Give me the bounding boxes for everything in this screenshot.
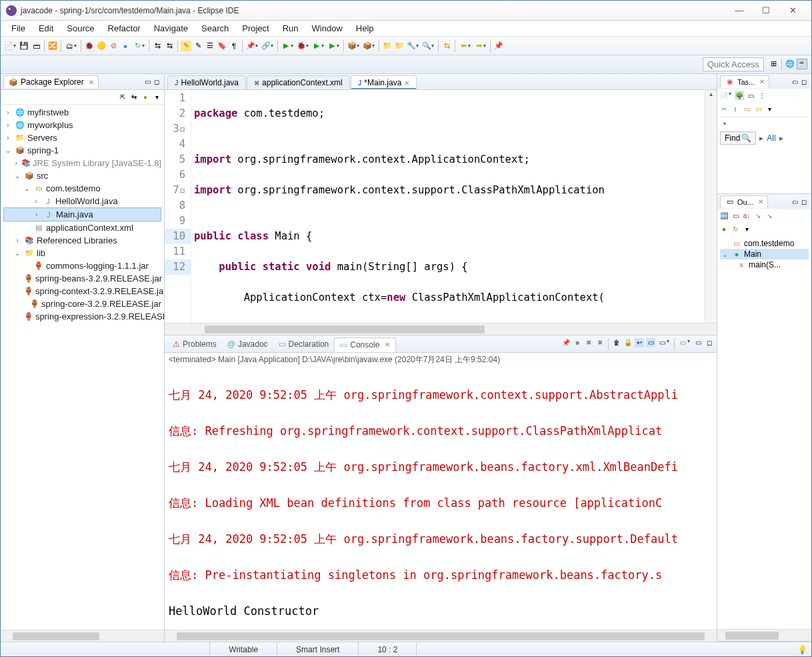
- close-tab-icon[interactable]: ✕: [404, 79, 409, 87]
- close-tasks-icon[interactable]: ✕: [759, 78, 765, 85]
- java-perspective-icon[interactable]: 🌐: [785, 59, 795, 69]
- tip-bulb-icon[interactable]: 💡: [797, 645, 807, 654]
- open-perspective-icon[interactable]: ⊞: [768, 59, 779, 69]
- refresh-icon[interactable]: ↻: [132, 41, 143, 51]
- console-scroll-icon[interactable]: 🔒: [623, 338, 633, 348]
- menu-help[interactable]: Help: [349, 21, 381, 35]
- sync2-icon[interactable]: ⇆: [164, 41, 175, 51]
- outline-o1-icon[interactable]: ●: [719, 224, 729, 233]
- tab-console[interactable]: ▭Console✕: [334, 338, 396, 352]
- outline-f2-icon[interactable]: ↘: [753, 211, 763, 220]
- console-hscroll[interactable]: [165, 630, 717, 642]
- switch-icon[interactable]: 🔀: [47, 41, 58, 51]
- lib-beans[interactable]: 🏺spring-beans-3.2.9.RELEASE.jar: [3, 272, 161, 285]
- console-pin-icon[interactable]: 📌: [561, 338, 571, 348]
- coverage-icon[interactable]: 🟡: [96, 41, 107, 51]
- bp-icon[interactable]: ●: [120, 41, 131, 51]
- console-remove-icon[interactable]: ✖: [584, 338, 593, 348]
- console-open-icon[interactable]: ▭: [646, 338, 655, 348]
- project-spring1[interactable]: ⌄📦spring-1: [3, 144, 161, 157]
- tasks-sort-icon[interactable]: ↕: [731, 104, 740, 113]
- run-ext-icon[interactable]: ▶: [311, 41, 322, 51]
- tasks-f2-icon[interactable]: ▭: [742, 104, 751, 113]
- project-myworkplus[interactable]: ›🌐myworkplus: [3, 119, 161, 131]
- menu-run[interactable]: Run: [276, 21, 305, 35]
- outline-class[interactable]: ⌄●Main: [720, 249, 809, 259]
- tasks-tree-icon[interactable]: 🌳: [735, 91, 744, 100]
- outline-method[interactable]: smain(S...: [720, 259, 809, 270]
- close-outline-icon[interactable]: ✕: [758, 198, 763, 205]
- editor[interactable]: 123▫4567▫89101112 package com.testdemo; …: [165, 90, 717, 323]
- outline-menu-icon[interactable]: ▾: [742, 224, 751, 233]
- editor-overview[interactable]: ▴: [705, 90, 717, 323]
- maximize-outline-icon[interactable]: ◻: [799, 197, 809, 206]
- tab-appcontext[interactable]: ✖applicationContext.xml: [247, 75, 350, 89]
- referenced-libs[interactable]: ›📚Referenced Libraries: [3, 234, 161, 247]
- console-wrap-icon[interactable]: ↩: [635, 338, 644, 348]
- pin-icon[interactable]: 📌: [245, 41, 256, 51]
- outline-az-icon[interactable]: a↓: [742, 211, 751, 220]
- menu-search[interactable]: Search: [195, 21, 235, 35]
- tag-icon[interactable]: 🔖: [217, 41, 227, 51]
- save-all-icon[interactable]: 🗃: [31, 41, 41, 51]
- lib-context[interactable]: 🏺spring-context-3.2.9.RELEASE.jar: [3, 285, 161, 297]
- maximize-view-icon[interactable]: ◻: [152, 77, 161, 87]
- pkg-testdemo[interactable]: ⌄▭com.testdemo: [3, 182, 161, 195]
- tasks-new-icon[interactable]: 📄: [719, 91, 729, 100]
- run-icon[interactable]: ▶: [281, 41, 291, 51]
- close-console-icon[interactable]: ✕: [385, 341, 390, 348]
- console-drop-icon[interactable]: ▭: [657, 338, 667, 348]
- console-clear-icon[interactable]: 🗑: [612, 338, 621, 348]
- collapse-all-icon[interactable]: ⇱: [118, 93, 127, 102]
- tasks-filter-icon[interactable]: ✂: [719, 104, 729, 113]
- minimize-button[interactable]: —: [726, 3, 753, 19]
- pin2-icon[interactable]: 📌: [493, 41, 504, 51]
- lib-folder[interactable]: ⌄📁lib: [3, 247, 161, 259]
- fwd-icon[interactable]: ➡: [473, 41, 484, 51]
- tasks-f4-icon[interactable]: ▾: [765, 104, 774, 113]
- outline-tab[interactable]: ▭Ou...✕: [720, 195, 768, 208]
- maximize-button[interactable]: ☐: [753, 3, 779, 19]
- menu-file[interactable]: File: [5, 21, 32, 35]
- file-helloworld[interactable]: ›JHellolWorld.java: [3, 195, 161, 207]
- quick-access-input[interactable]: Quick Access: [703, 57, 764, 71]
- console-removeall-icon[interactable]: ✖: [595, 338, 605, 348]
- project-servers[interactable]: ›📁Servers: [3, 131, 161, 144]
- code-area[interactable]: package com.testdemo; import org.springf…: [191, 90, 705, 323]
- tasks-f3-icon[interactable]: ▭: [753, 104, 763, 113]
- minimize-view-icon[interactable]: ▭: [143, 77, 152, 87]
- tab-problems[interactable]: ⚠Problems: [167, 338, 222, 351]
- menu-source[interactable]: Source: [60, 21, 101, 35]
- file-appcontext[interactable]: ▤applicationContext.xml: [3, 221, 161, 234]
- minimize-outline-icon[interactable]: ▭: [790, 197, 799, 206]
- package-explorer-tab[interactable]: 📦 Package Explorer ✕: [3, 75, 99, 88]
- jre-library[interactable]: ›📚JRE System Library [JavaSE-1.8]: [3, 157, 161, 169]
- tab-javadoc[interactable]: @Javadoc: [222, 338, 273, 351]
- tab-main[interactable]: J*Main.java✕: [351, 75, 417, 89]
- tab-helloworld[interactable]: JHellolWorld.java: [167, 75, 246, 89]
- view-menu-icon[interactable]: ▾: [152, 93, 161, 102]
- pkg-explorer-hscroll[interactable]: [1, 630, 164, 642]
- debug-run-icon[interactable]: 🐞: [296, 41, 307, 51]
- outline-f3-icon[interactable]: ↘: [765, 211, 774, 220]
- folder2-icon[interactable]: 📁: [394, 41, 405, 51]
- menu-window[interactable]: Window: [305, 21, 349, 35]
- outline-f1-icon[interactable]: ▭: [731, 211, 740, 220]
- outline-hscroll[interactable]: [717, 629, 811, 641]
- focus-icon[interactable]: ●: [141, 93, 150, 102]
- lib-core[interactable]: 🏺spring-core-3.2.9.RELEASE.jar: [3, 297, 161, 310]
- minimize-bottom-icon[interactable]: ▭: [693, 338, 703, 348]
- console-output[interactable]: 七月 24, 2020 9:52:05 上午 org.springframewo…: [165, 367, 717, 630]
- menu-navigate[interactable]: Navigate: [147, 21, 195, 35]
- editor-hscroll[interactable]: [165, 323, 717, 335]
- sync3-icon[interactable]: ⇆: [441, 41, 452, 51]
- link-editor-icon[interactable]: ⇆: [129, 93, 139, 102]
- run-ext2-icon[interactable]: ▶: [327, 41, 337, 51]
- search-tb-icon[interactable]: 🔍: [421, 41, 432, 51]
- skip-icon[interactable]: ⊘: [108, 41, 119, 51]
- project-myfirstweb[interactable]: ›🌐myfirstweb: [3, 106, 161, 119]
- maximize-bottom-icon[interactable]: ◻: [705, 338, 714, 348]
- console-stop-icon[interactable]: ■: [573, 338, 582, 348]
- minimize-tasks-icon[interactable]: ▭: [790, 77, 799, 86]
- pkg2-icon[interactable]: 📦: [362, 41, 373, 51]
